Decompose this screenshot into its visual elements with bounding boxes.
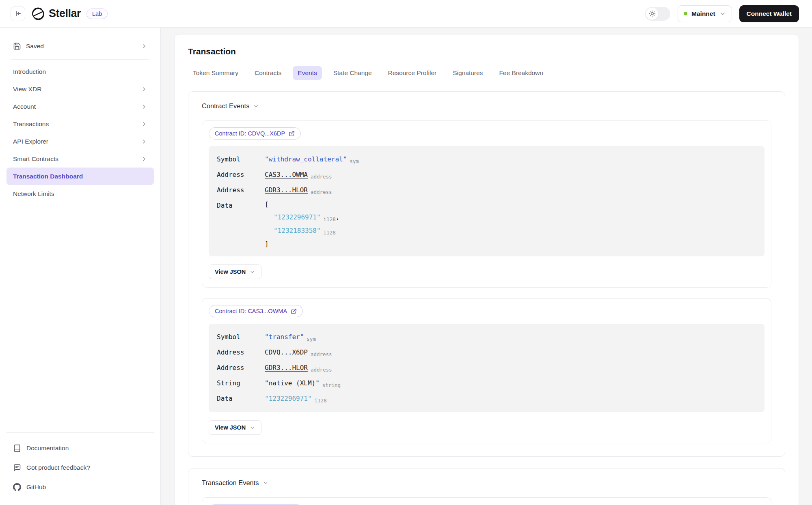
view-json-button[interactable]: View JSON (209, 264, 261, 279)
event-card: Contract ID: CDVQ...X6DPSymbol"withdraw_… (202, 120, 771, 288)
array-item: "1232183358"i128 (265, 224, 339, 238)
sidebar-item-saved[interactable]: Saved (6, 37, 154, 55)
chevron-down-icon (249, 269, 255, 275)
event-row-label: Address (217, 345, 265, 360)
contract-id-link[interactable]: Contract ID: CDVQ...X6DP (209, 127, 301, 140)
connect-wallet-button[interactable]: Connect Wallet (739, 5, 799, 22)
event-card: Contract ID: CAS3...OWMASymbol"transfer"… (202, 298, 771, 443)
sidebar-item-smart-contracts[interactable]: Smart Contracts (6, 150, 154, 168)
value-type-label: i128 (315, 398, 327, 404)
event-row-value: GDR3...HLORaddress (265, 360, 332, 376)
value-type-label: sym (307, 336, 316, 342)
lab-badge: Lab (86, 9, 108, 19)
tab-token-summary[interactable]: Token Summary (188, 66, 243, 80)
event-value: "1232183358" (274, 227, 321, 234)
contract-id-link[interactable]: Contract ID: CAS3...OWMA (209, 305, 303, 317)
event-row-label: Symbol (217, 152, 265, 167)
tab-state-change[interactable]: State Change (328, 66, 377, 80)
array-item: "1232296971"i128, (265, 211, 339, 224)
array-close-bracket: ] (265, 238, 339, 251)
sidebar-item-label: Account (13, 103, 36, 110)
feedback-icon (13, 464, 21, 472)
event-row-value: ["1232296971"i128,"1232183358"i128] (265, 198, 339, 251)
event-row: AddressCAS3...OWMAaddress (217, 167, 756, 183)
event-value[interactable]: GDR3...HLOR (265, 364, 308, 372)
event-row-label: Address (217, 167, 265, 182)
section-header-contract-events[interactable]: Contract Events (202, 102, 771, 110)
sidebar-item-transactions[interactable]: Transactions (6, 115, 154, 133)
event-row-value: "native (XLM)"string (265, 376, 341, 391)
event-detail-block: Symbol"transfer"symAddressCDVQ...X6DPadd… (209, 324, 764, 412)
event-card: Contract ID: CAS3...OWMA (202, 497, 771, 505)
array-open-bracket: [ (265, 198, 339, 211)
value-type-label: sym (350, 158, 359, 164)
network-status-dot (684, 12, 687, 15)
theme-toggle[interactable] (645, 7, 670, 21)
value-type-label: address (311, 174, 332, 180)
tab-fee-breakdown[interactable]: Fee Breakdown (494, 66, 548, 80)
view-json-button[interactable]: View JSON (209, 420, 261, 435)
sidebar-item-label: Transaction Dashboard (13, 173, 83, 180)
sidebar-footer-label: Got product feedback? (26, 464, 90, 471)
sections-container: Contract EventsContract ID: CDVQ...X6DPS… (188, 91, 785, 505)
network-select[interactable]: Mainnet (678, 5, 732, 22)
tab-resource-profiler[interactable]: Resource Profiler (383, 66, 442, 80)
event-row-label: Data (217, 391, 265, 406)
sidebar-footer-item-github[interactable]: GitHub (6, 477, 154, 497)
array-separator: , (336, 213, 340, 221)
tab-events[interactable]: Events (293, 66, 322, 80)
value-type-label: string (322, 382, 341, 388)
event-value: "1232296971" (274, 213, 321, 221)
brand-name: Stellar (49, 7, 81, 20)
chevron-right-icon (141, 43, 147, 49)
sidebar-footer-item-documentation[interactable]: Documentation (6, 438, 154, 458)
event-value[interactable]: GDR3...HLOR (265, 186, 308, 194)
github-icon (13, 483, 21, 491)
event-row-label: Data (217, 198, 265, 213)
collapse-sidebar-button[interactable] (11, 6, 25, 21)
event-row-value: CAS3...OWMAaddress (265, 167, 332, 183)
event-value[interactable]: CAS3...OWMA (265, 171, 308, 178)
sidebar-item-label: Network Limits (13, 190, 54, 198)
section-title: Transaction Events (202, 479, 259, 487)
stellar-logo-icon (32, 7, 45, 20)
value-type-label: i128 (324, 216, 336, 222)
event-row-label: Symbol (217, 329, 265, 344)
sidebar-item-introduction[interactable]: Introduction (6, 63, 154, 80)
event-row: AddressGDR3...HLORaddress (217, 183, 756, 198)
sidebar-item-label: Smart Contracts (13, 155, 58, 163)
sidebar-item-view-xdr[interactable]: View XDR (6, 80, 154, 98)
sidebar-item-transaction-dashboard[interactable]: Transaction Dashboard (6, 168, 154, 185)
main-content: Transaction Token SummaryContractsEvents… (161, 28, 812, 505)
sidebar-footer-label: GitHub (26, 484, 46, 491)
chevron-right-icon (141, 86, 147, 92)
event-row-value: "transfer"sym (265, 329, 316, 345)
sidebar-item-network-limits[interactable]: Network Limits (6, 185, 154, 202)
tab-bar: Token SummaryContractsEventsState Change… (188, 66, 785, 80)
contract-id-label: Contract ID: CDVQ...X6DP (215, 130, 285, 137)
event-row: Data"1232296971"i128 (217, 391, 756, 406)
value-type-label: address (311, 189, 332, 195)
sidebar-footer-item-got-product-feedback[interactable]: Got product feedback? (6, 458, 154, 477)
sidebar-item-label: Introduction (13, 68, 46, 75)
sidebar-item-label: API Explorer (13, 138, 48, 145)
sidebar-item-account[interactable]: Account (6, 98, 154, 115)
event-row-value: CDVQ...X6DPaddress (265, 345, 332, 360)
sidebar-item-label: Saved (26, 43, 44, 50)
sidebar-item-api-explorer[interactable]: API Explorer (6, 133, 154, 150)
section-header-transaction-events[interactable]: Transaction Events (202, 479, 771, 487)
event-value[interactable]: CDVQ...X6DP (265, 348, 308, 356)
page-title: Transaction (188, 47, 785, 56)
tab-contracts[interactable]: Contracts (250, 66, 286, 80)
network-select-value: Mainnet (691, 10, 715, 17)
chevron-down-icon (719, 11, 726, 17)
section-transaction-events: Transaction EventsContract ID: CAS3...OW… (188, 468, 785, 505)
tab-signatures[interactable]: Signatures (448, 66, 488, 80)
event-row-value: GDR3...HLORaddress (265, 183, 332, 198)
event-row-label: String (217, 376, 265, 391)
event-value: "transfer" (265, 333, 304, 341)
event-detail-block: Symbol"withdraw_collateral"symAddressCAS… (209, 146, 764, 256)
sidebar-footer-label: Documentation (26, 445, 69, 452)
event-value: "native (XLM)" (265, 379, 320, 387)
save-icon (13, 42, 21, 50)
